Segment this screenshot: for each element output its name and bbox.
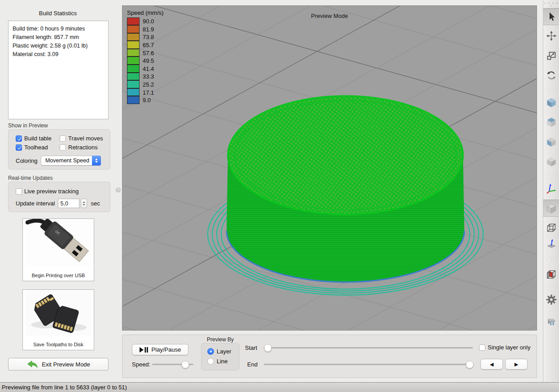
legend-value: 65.7 [143, 42, 154, 48]
start-slider[interactable] [264, 344, 473, 352]
start-slider-thumb[interactable] [264, 344, 272, 352]
view-isometric-button[interactable] [543, 94, 559, 111]
build-statistics-line: Filament length: 857.7 mm [13, 33, 104, 42]
preview-by-radio[interactable]: Layer [207, 348, 231, 355]
normal-vector-icon [546, 239, 557, 249]
start-label: Start [245, 344, 257, 351]
next-layer-button[interactable]: ▶ [505, 359, 528, 370]
solid-cube-icon [546, 203, 557, 213]
select-tool-button[interactable] [543, 8, 559, 25]
pan-tool-button[interactable] [543, 27, 559, 44]
preview-option-checkbox[interactable]: Travel moves [60, 135, 103, 142]
legend-color-swatch [127, 41, 140, 49]
interval-stepper[interactable] [81, 199, 87, 208]
single-layer-checkbox[interactable]: Single layer only [479, 344, 530, 351]
dropdown-arrows-icon[interactable] [92, 156, 101, 166]
rotate-tool-button[interactable] [543, 67, 559, 84]
cursor-icon [546, 11, 557, 22]
view-front-button[interactable] [543, 133, 559, 150]
printed-model [227, 96, 464, 282]
panel-splitter-handle[interactable] [116, 187, 121, 192]
show-in-preview-label: Show in Preview [8, 122, 48, 129]
update-interval-input[interactable] [58, 199, 79, 208]
build-statistics-box: Build time: 0 hours 9 minutesFilament le… [8, 21, 109, 119]
legend-value: 17.1 [143, 89, 154, 96]
checkbox[interactable] [479, 344, 485, 351]
legend-color-swatch [127, 65, 140, 73]
back-arrow-icon: ◀ [490, 362, 493, 367]
cube-isometric-icon [546, 97, 557, 108]
preview-option-checkbox[interactable]: Toolhead [16, 144, 59, 151]
legend-color-swatch [127, 88, 140, 96]
3d-viewport[interactable]: Preview Mode Speed (mm/s) 90.0 81.9 73.8 [122, 5, 537, 331]
legend-value: 81.9 [143, 26, 154, 33]
end-slider-thumb[interactable] [466, 361, 474, 368]
legend-entry: 73.8 [127, 33, 164, 41]
checkbox[interactable] [16, 144, 22, 151]
gear-icon [546, 294, 557, 305]
legend-value: 33.3 [143, 73, 154, 80]
legend-entry: 17.1 [127, 88, 164, 96]
view-side-button[interactable] [543, 153, 559, 170]
surface-normals-button[interactable] [543, 235, 559, 253]
legend-color-swatch [127, 33, 140, 41]
build-statistics-line: Material cost: 3.09 [13, 50, 104, 59]
radio-label: Layer [217, 348, 231, 355]
preview-by-radio[interactable]: Line [207, 358, 231, 365]
checkbox-label: Build table [24, 135, 52, 142]
rotate-icon [546, 70, 557, 81]
view-top-button[interactable] [543, 113, 559, 131]
support-structures-button[interactable] [543, 313, 559, 330]
save-toolpaths-button[interactable]: Save Toolpaths to Disk [22, 289, 94, 350]
legend-value: 57.6 [143, 50, 154, 57]
radio-button[interactable] [207, 358, 214, 365]
live-preview-checkbox[interactable]: Live preview tracking [16, 188, 79, 195]
legend-entry: 57.6 [127, 49, 164, 57]
coloring-dropdown[interactable]: Movement Speed [41, 156, 101, 166]
speed-slider-thumb[interactable] [181, 361, 189, 368]
checkbox-label: Travel moves [68, 135, 103, 142]
exit-preview-mode-button[interactable]: Exit Preview Mode [8, 358, 109, 370]
legend-color-swatch [127, 17, 140, 26]
play-pause-icon [140, 347, 148, 353]
solid-render-button[interactable] [543, 200, 559, 217]
checkbox[interactable] [16, 135, 22, 142]
status-text: Previewing file from line 1 to 5633 (lay… [2, 384, 127, 391]
wireframe-render-button[interactable] [543, 219, 559, 236]
gcode-preview-scene [122, 6, 537, 331]
legend-entry: 33.3 [127, 73, 164, 81]
playback-controls-bar: Play/Pause Speed: Preview By Layer Line … [122, 335, 537, 378]
speed-legend: Speed (mm/s) 90.0 81.9 73.8 [127, 9, 164, 105]
checkbox[interactable] [60, 135, 66, 142]
machine-settings-button[interactable] [543, 291, 559, 308]
legend-entry: 49.5 [127, 57, 164, 65]
coordinate-axes-button[interactable] [543, 180, 559, 197]
preview-settings-panel: Build Statistics Build time: 0 hours 9 m… [0, 0, 116, 382]
previous-layer-button[interactable]: ◀ [480, 359, 503, 370]
checkbox[interactable] [16, 188, 22, 195]
legend-entry: 25.2 [127, 81, 164, 89]
play-pause-button[interactable]: Play/Pause [132, 344, 188, 355]
radio-button[interactable] [207, 348, 214, 355]
speed-label: Speed: [132, 361, 150, 368]
coloring-value: Movement Speed [41, 157, 92, 164]
sd-cards-image [23, 290, 94, 335]
supports-icon [546, 316, 557, 327]
preview-option-checkbox[interactable]: Retractions [60, 144, 103, 151]
cube-top-face-icon [546, 117, 557, 127]
end-slider[interactable] [264, 361, 473, 368]
begin-printing-usb-button[interactable]: Begin Printing over USB [22, 218, 94, 281]
realtime-updates-group: Live preview tracking Update interval se… [8, 182, 110, 212]
toolbar-drag-handle[interactable]: • • • • • [543, 2, 559, 7]
checkbox[interactable] [60, 144, 66, 151]
preview-by-label: Preview By [201, 336, 240, 343]
scale-tool-button[interactable] [543, 47, 559, 64]
update-interval-label: Update interval [16, 200, 55, 207]
legend-entry: 41.4 [127, 65, 164, 73]
preview-option-checkbox[interactable]: Build table [16, 135, 59, 142]
show-in-preview-group: Build table Travel moves Toolhead Retrac… [8, 129, 110, 170]
legend-color-swatch [127, 25, 140, 33]
speed-slider[interactable] [152, 361, 193, 368]
legend-color-swatch [127, 49, 140, 57]
cross-section-button[interactable] [543, 266, 559, 283]
